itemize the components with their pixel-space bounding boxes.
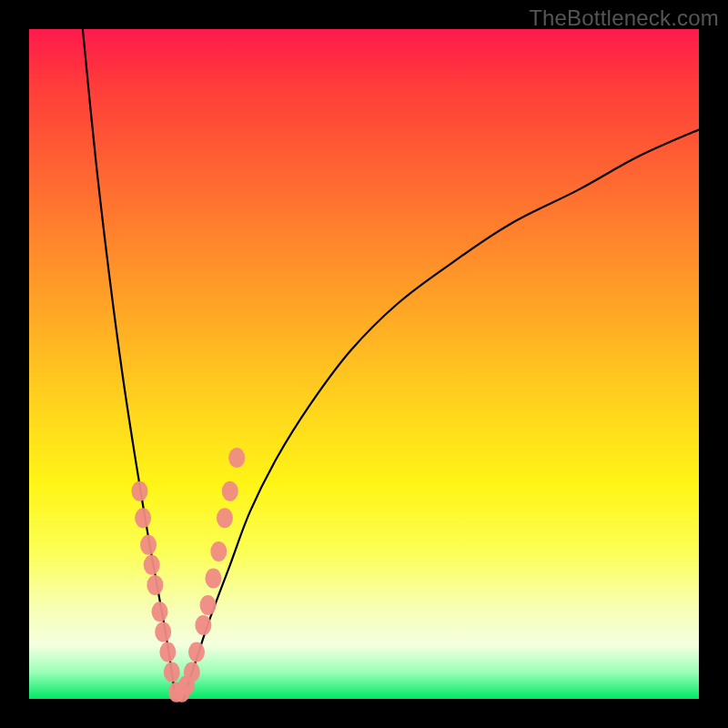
- marker-point: [147, 575, 163, 595]
- marker-point: [159, 642, 176, 662]
- plot-area: [29, 29, 699, 699]
- marker-group: [131, 448, 245, 703]
- marker-point: [205, 569, 221, 589]
- marker-point: [228, 448, 245, 468]
- curve-svg: [29, 29, 699, 699]
- marker-point: [164, 662, 180, 682]
- marker-point: [140, 535, 157, 555]
- bottleneck-curve: [83, 29, 699, 703]
- chart-frame: TheBottleneck.com: [0, 0, 728, 728]
- marker-point: [195, 615, 211, 635]
- marker-point: [184, 662, 200, 682]
- marker-point: [135, 508, 151, 528]
- marker-point: [222, 481, 238, 501]
- marker-point: [152, 602, 168, 622]
- marker-point: [188, 642, 205, 662]
- marker-point: [217, 508, 233, 528]
- marker-point: [155, 622, 171, 642]
- marker-point: [131, 481, 147, 501]
- watermark-text: TheBottleneck.com: [529, 5, 719, 31]
- marker-point: [210, 541, 227, 561]
- marker-point: [144, 555, 160, 575]
- marker-point: [200, 595, 217, 615]
